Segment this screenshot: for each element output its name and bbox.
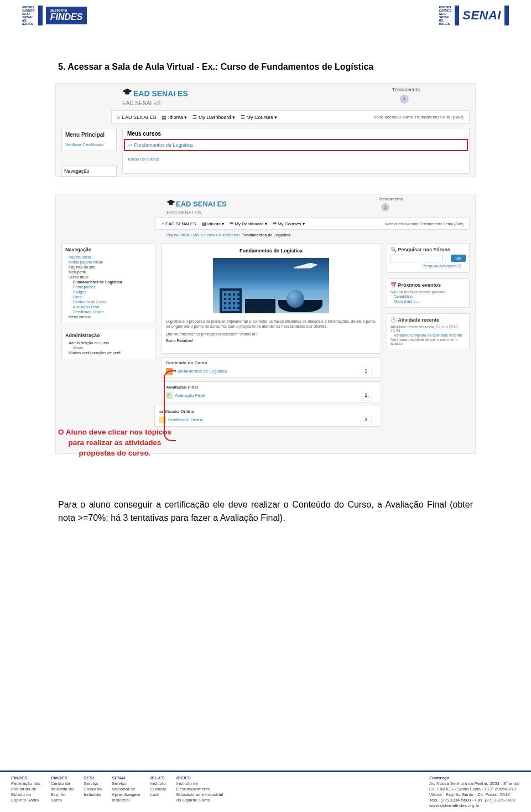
block-title: 🕓 Atividade recente	[391, 317, 466, 323]
breadcrumb: Página Inicial › Meus cursos › Miscelâne…	[166, 233, 290, 237]
nav-courses[interactable]: ☰ My Courses ▾	[241, 115, 277, 120]
nav-language[interactable]: ▤ Idioma ▾	[202, 221, 224, 226]
nav-item[interactable]: Meus cursos	[65, 314, 152, 319]
all-courses-link[interactable]: Todos os cursos	[123, 151, 469, 167]
footer-iel: IEL-ES InstitutoEuvaldoLodi	[150, 775, 166, 812]
highlight-course-link[interactable]: ⇨ Fundamentos de Logística	[124, 139, 468, 151]
screenshot-my-courses: EAD SENAI ES EAD SENAI ES Treinamento 1 …	[55, 83, 476, 177]
block-title: 🔍 Pesquisar nos Fóruns	[391, 247, 466, 252]
go-button[interactable]: Vai	[451, 255, 466, 262]
nav-home[interactable]: ⌂ EAD SENAI ES	[162, 221, 196, 226]
main-content: Fundamentos de Logística Logística é o p…	[161, 243, 381, 427]
advanced-search-link[interactable]: Pesquisa Avançada ⓘ	[391, 263, 466, 269]
findes-logo: Sistema FINDES	[46, 7, 87, 24]
footer-ideies: IDEIES Instituto deDesenvolvimento Educa…	[176, 775, 223, 812]
logo-findes-block: FINDESCINDES SESISENAI IELIDEIES Sistema…	[22, 6, 87, 25]
senai-logo: SENAI	[462, 8, 501, 23]
admin-item[interactable]: Notas	[65, 345, 152, 350]
section-title: Avaliação Final	[166, 385, 376, 390]
logged-in-text: Você acessou como Treinamento Senai (Sai…	[385, 222, 464, 226]
footer-senai: SENAI ServiçoNacional de AprendizagemInd…	[112, 775, 140, 812]
course-image	[213, 258, 329, 313]
administration-block: Administração Administração do curso Not…	[61, 329, 155, 359]
section-title: ertificado Online	[159, 409, 376, 414]
crumb[interactable]: Meus cursos	[193, 233, 215, 237]
section-content: Conteúdo do Curso Fundamentos de Logísti…	[161, 357, 381, 378]
recent-activity-block: 🕓 Atividade recente Atividade desde segu…	[387, 313, 470, 349]
nav-item[interactable]: Certificado Online	[65, 309, 152, 314]
senai-member-list: FINDESCINDES SESISENAI IELIDEIES	[439, 6, 452, 25]
nav-item[interactable]: Páginas do site	[65, 265, 152, 270]
graduation-cap-icon	[166, 199, 175, 206]
nav-item[interactable]: Conteúdo do Curso	[65, 299, 152, 304]
notification-badge[interactable]: 1	[400, 95, 409, 104]
nav-item[interactable]: Participantes	[65, 285, 152, 289]
forum-search-input[interactable]	[391, 255, 443, 262]
section-heading: 5. Acessar a Sala de Aula Virtual - Ex.:…	[58, 62, 373, 72]
graduation-cap-icon	[122, 88, 132, 96]
user-label: Treinamento	[378, 196, 403, 201]
body-paragraph: Para o aluno conseguir a certificação el…	[58, 498, 473, 525]
content-link[interactable]: Fundamentos de Logística 1.	[166, 368, 376, 375]
course-question: Que tal entender os principais processos…	[166, 332, 376, 336]
divider-bar	[38, 6, 43, 25]
left-sidebar: Navegação Página Inicial Minha página In…	[61, 243, 155, 365]
admin-item[interactable]: Minhas configurações de perfil	[65, 350, 152, 355]
nav-item[interactable]: Página Inicial	[65, 255, 152, 260]
good-luck-text: Bons Estudos!	[166, 339, 376, 343]
nav-dashboard[interactable]: ☰ My Dashboard ▾	[192, 115, 235, 120]
no-news-text: Nenhuma novidade desde o seu último aces…	[391, 338, 466, 345]
nav-item[interactable]: Badges	[65, 289, 152, 294]
crumb[interactable]: Miscelânea	[218, 233, 238, 237]
footer-sesi: SESI ServiçoSocial daIndústria	[84, 775, 102, 812]
crumb[interactable]: Página Inicial	[166, 233, 190, 237]
course-title: Fundamentos de Logística	[166, 248, 376, 254]
nav-item-current[interactable]: Fundamentos de Logística	[65, 280, 152, 285]
site-title: EAD SENAI ES	[176, 200, 227, 208]
evaluation-link[interactable]: Avaliação Final 2.	[166, 392, 376, 399]
caption-text: O Aluno deve clicar nos tópicos para rea…	[53, 427, 177, 459]
logo-senai-block: FINDESCINDES SESISENAI IELIDEIES SENAI	[439, 6, 509, 25]
my-courses-title: Meus cursos	[123, 128, 469, 139]
divider-bar	[504, 6, 509, 25]
certificate-link[interactable]: Certificado Online 3.	[159, 416, 376, 423]
svg-rect-1	[125, 92, 129, 95]
site-title: EAD SENAI ES	[133, 89, 188, 98]
screenshot-course-page: EAD SENAI ES EAD SENAI ES Treinamento 1 …	[55, 194, 476, 454]
nav-home[interactable]: ⌂ EAD SENAI ES	[117, 115, 156, 120]
nav-dashboard[interactable]: ☰ My Dashboard ▾	[230, 221, 267, 226]
section-title: Conteúdo do Curso	[166, 360, 376, 365]
block-title: Administração	[65, 333, 152, 338]
block-title: 📅 Próximos eventos	[391, 282, 466, 288]
main-column: Meus cursos ⇨ Fundamentos de Logística T…	[122, 128, 470, 174]
notification-badge[interactable]: 1	[381, 203, 389, 211]
nav-item[interactable]: Geral	[65, 294, 152, 299]
calendar-link[interactable]: Calendário...	[391, 294, 466, 299]
footer-cindes: CINDES Centro daIndústria do EspíritoSan…	[50, 775, 74, 812]
header-logos: FINDESCINDES SESISENAI IELIDEIES Sistema…	[0, 6, 531, 25]
top-navbar: ⌂ EAD SENAI ES ▤ Idioma ▾ ☰ My Dashboard…	[111, 110, 470, 124]
svg-rect-3	[169, 203, 173, 205]
right-sidebar: 🔍 Pesquisar nos Fóruns Vai Pesquisa Avan…	[387, 243, 470, 355]
plane-icon	[294, 262, 319, 271]
block-title: Menu Principal	[65, 132, 113, 138]
globe-icon	[287, 290, 304, 308]
arrow-icon: ⇨	[128, 142, 134, 148]
full-report-link[interactable]: Relatório completo da atividade recente	[391, 333, 466, 338]
admin-item[interactable]: Administração do curso	[65, 340, 152, 345]
course-description: Logística é o processo de planejar, impl…	[166, 319, 376, 329]
user-label: Treinamento	[392, 87, 420, 92]
navigation-block: Navegação Página Inicial Minha página In…	[61, 243, 155, 323]
new-event-link[interactable]: Novo evento...	[391, 299, 466, 304]
main-menu-block: Menu Principal Verificar Certificado	[61, 128, 117, 151]
nav-item[interactable]: Meu perfil	[65, 270, 152, 275]
page-footer: FINDES Federação dasIndústrias do Estado…	[0, 770, 531, 812]
nav-item[interactable]: Minha página Inicial	[65, 260, 152, 265]
nav-courses[interactable]: ☰ My Courses ▾	[273, 221, 305, 226]
site-subtitle: EAD SENAI ES	[122, 100, 160, 106]
nav-item[interactable]: Curso atual	[65, 275, 152, 280]
verify-certificate-link[interactable]: Verificar Certificado	[65, 142, 113, 147]
site-subtitle: EAD SENAI ES	[166, 210, 201, 215]
nav-language[interactable]: ▤ Idioma ▾	[162, 115, 187, 120]
nav-item[interactable]: Avaliação Final	[65, 304, 152, 309]
